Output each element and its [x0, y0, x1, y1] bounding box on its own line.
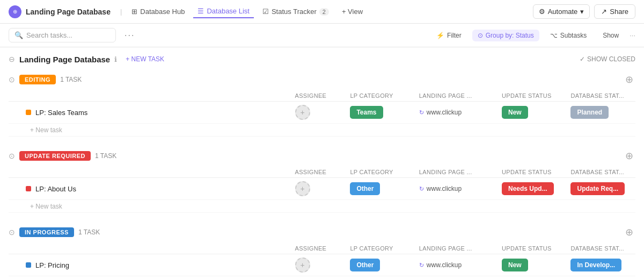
filter-button[interactable]: ⚡ Filter: [431, 30, 467, 41]
new-task-inline-button[interactable]: + New task: [13, 203, 62, 210]
task-status-icon: [26, 186, 31, 191]
col-landing-1: LANDING PAGE ...: [415, 167, 497, 178]
main-content: ⊖ Landing Page Database ℹ + NEW TASK ✓ S…: [0, 47, 644, 279]
update-required-table: ASSIGNEE LP CATEGORY LANDING PAGE ... UP…: [9, 167, 635, 213]
db-collapse-icon[interactable]: ⊖: [9, 55, 15, 63]
task-landing-cell: ↻ www.clickup: [415, 178, 497, 200]
update-status-badge[interactable]: Needs Upd...: [502, 182, 554, 195]
info-icon[interactable]: ℹ: [114, 55, 117, 63]
task-name-container: LP: About Us: [13, 185, 287, 193]
top-nav-right: ⚙ Automate ▾ ↗ Share: [533, 4, 635, 19]
update-required-badge: UPDATE REQUIRED: [19, 151, 91, 161]
new-task-button[interactable]: + NEW TASK: [121, 54, 169, 65]
toolbar-right: ⚡ Filter ⊙ Group by: Status ⌥ Subtasks S…: [431, 30, 635, 41]
landing-page-link[interactable]: ↻ www.clickup: [419, 261, 493, 269]
landing-page-link[interactable]: ↻ www.clickup: [419, 185, 493, 192]
table-row: LP: Pricing Other ↻ www.clickup: [9, 254, 635, 276]
col-assignee-2: ASSIGNEE: [291, 243, 346, 254]
editing-columns-row: ASSIGNEE LP CATEGORY LANDING PAGE ... UP…: [9, 90, 635, 102]
toolbar-more-button[interactable]: ···: [120, 28, 139, 42]
task-name-link[interactable]: LP: About Us: [35, 185, 76, 193]
nav-status-tracker[interactable]: ☑ Status Tracker 2: [258, 5, 333, 18]
update-required-columns-row: ASSIGNEE LP CATEGORY LANDING PAGE ... UP…: [9, 167, 635, 178]
col-db-status-2: DATABASE STAT...: [566, 243, 635, 254]
show-closed-button[interactable]: ✓ SHOW CLOSED: [580, 55, 635, 63]
editing-add-task-icon[interactable]: ⊕: [623, 73, 635, 86]
toolbar-options-icon[interactable]: ···: [630, 31, 635, 39]
database-status-badge[interactable]: In Develop...: [570, 259, 621, 271]
new-task-inline-button[interactable]: + New task: [13, 126, 62, 134]
update-status-badge[interactable]: New: [502, 259, 528, 271]
database-status-badge[interactable]: Update Req...: [570, 182, 625, 195]
in-progress-collapse-icon[interactable]: ⊙: [9, 228, 15, 237]
in-progress-columns-row: ASSIGNEE LP CATEGORY LANDING PAGE ... UP…: [9, 243, 635, 254]
assignee-avatar[interactable]: [295, 181, 310, 196]
filter-icon: ⚡: [436, 32, 444, 39]
group-icon: ⊙: [478, 32, 483, 39]
col-lp-cat-1: LP CATEGORY: [346, 167, 414, 178]
update-status-badge[interactable]: New: [502, 106, 528, 119]
new-task-row: + New task: [9, 124, 635, 137]
in-progress-table: ASSIGNEE LP CATEGORY LANDING PAGE ... UP…: [9, 243, 635, 279]
update-required-collapse-icon[interactable]: ⊙: [9, 152, 15, 160]
update-required-add-task-icon[interactable]: ⊕: [623, 149, 635, 162]
col-landing-0: LANDING PAGE ...: [415, 90, 497, 102]
app-icon: ⊕: [9, 5, 21, 18]
assignee-avatar[interactable]: [295, 105, 310, 120]
landing-page-link[interactable]: ↻ www.clickup: [419, 109, 493, 116]
task-db-status-cell: Update Req...: [566, 178, 635, 200]
task-name-container: LP: Pricing: [13, 261, 287, 269]
col-assignee-0: ASSIGNEE: [291, 90, 346, 102]
new-task-inline-cell: + New task: [9, 200, 635, 213]
database-hub-icon: ⊞: [131, 8, 137, 16]
group-editing: ⊙ EDITING 1 TASK ⊕ ASSIGNEE LP CATEGORY …: [9, 73, 635, 137]
col-update-1: UPDATE STATUS: [497, 167, 566, 178]
group-in-progress: ⊙ IN PROGRESS 1 TASK ⊕ ASSIGNEE LP CATEG…: [9, 226, 635, 279]
nav-database-hub[interactable]: ⊞ Database Hub: [127, 5, 189, 18]
editing-table: ASSIGNEE LP CATEGORY LANDING PAGE ... UP…: [9, 90, 635, 137]
database-header: ⊖ Landing Page Database ℹ + NEW TASK ✓ S…: [9, 54, 635, 65]
assignee-avatar[interactable]: [295, 257, 310, 273]
task-db-status-cell: Planned: [566, 102, 635, 124]
col-update-2: UPDATE STATUS: [497, 243, 566, 254]
in-progress-add-task-icon[interactable]: ⊕: [623, 226, 635, 239]
nav-add-view[interactable]: + View: [338, 5, 367, 18]
database-status-badge[interactable]: Planned: [570, 106, 609, 119]
col-task-name-3: [9, 243, 291, 254]
automate-button[interactable]: ⚙ Automate ▾: [533, 4, 590, 19]
share-icon: ↗: [601, 8, 607, 16]
editing-collapse-icon[interactable]: ⊙: [9, 75, 15, 84]
nav-database-list[interactable]: ☰ Database List: [193, 5, 254, 18]
subtasks-button[interactable]: ⌥ Subtasks: [545, 30, 592, 41]
search-icon: 🔍: [14, 31, 23, 39]
automate-chevron-icon: ▾: [580, 8, 584, 16]
new-task-inline-cell: + New task: [9, 276, 635, 280]
search-placeholder: Search tasks...: [26, 31, 72, 39]
task-name-cell: LP: Pricing: [9, 254, 291, 276]
new-task-inline-cell: + New task: [9, 124, 635, 137]
checkmark-icon: ✓: [580, 55, 585, 63]
col-update-0: UPDATE STATUS: [497, 90, 566, 102]
group-update-required: ⊙ UPDATE REQUIRED 1 TASK ⊕ ASSIGNEE LP C…: [9, 149, 635, 213]
top-nav: ⊕ Landing Page Database | ⊞ Database Hub…: [0, 0, 644, 24]
lp-category-badge[interactable]: Teams: [350, 106, 383, 119]
lp-category-badge[interactable]: Other: [350, 182, 380, 195]
lp-category-badge[interactable]: Other: [350, 259, 380, 271]
group-by-button[interactable]: ⊙ Group by: Status: [472, 30, 539, 41]
task-name-cell: LP: About Us: [9, 178, 291, 200]
show-button[interactable]: Show: [597, 30, 624, 41]
update-required-task-count: 1 TASK: [95, 152, 116, 160]
task-name-link[interactable]: LP: Sales Teams: [35, 109, 87, 117]
task-update-status-cell: New: [497, 102, 566, 124]
share-button[interactable]: ↗ Share: [594, 4, 635, 19]
group-editing-header: ⊙ EDITING 1 TASK ⊕: [9, 73, 635, 86]
search-box[interactable]: 🔍 Search tasks...: [9, 28, 116, 42]
page-title: Landing Page Database: [26, 8, 111, 16]
status-tracker-badge: 2: [319, 8, 329, 16]
task-status-icon: [26, 262, 31, 268]
in-progress-badge: IN PROGRESS: [19, 227, 74, 237]
group-in-progress-header: ⊙ IN PROGRESS 1 TASK ⊕: [9, 226, 635, 239]
task-name-cell: LP: Sales Teams: [9, 102, 291, 124]
task-name-link[interactable]: LP: Pricing: [35, 261, 69, 269]
col-landing-2: LANDING PAGE ...: [415, 243, 497, 254]
